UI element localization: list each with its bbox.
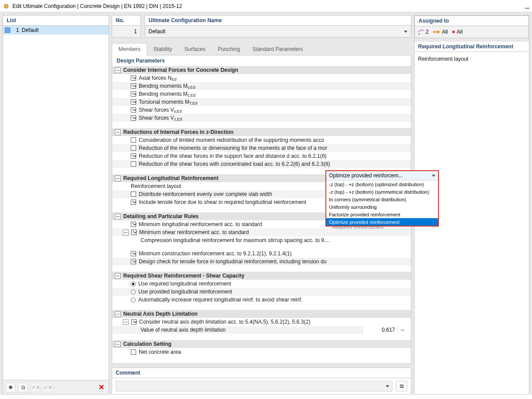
row-use-prov[interactable]: Use provided longitudinal reinforcement (112, 288, 411, 296)
copy-config-button[interactable]: ⧉ (18, 383, 28, 392)
radio[interactable] (131, 297, 136, 302)
row-svz[interactable]: Shear forces Vz,Ed (112, 114, 411, 122)
dropdown-option-active[interactable]: Optimize provided reinforcement (326, 218, 438, 226)
checkbox[interactable] (131, 349, 136, 355)
tab-punching[interactable]: Punching (211, 43, 246, 55)
app-icon (3, 3, 10, 10)
config-name: Default (22, 27, 39, 33)
row-red1[interactable]: Consideration of limited moment redistri… (112, 136, 411, 144)
left-panel: List 1 Default ✱ ⧉ ✓≡ ✓≡ ✕ (3, 15, 109, 395)
checkbox[interactable] (131, 91, 136, 97)
reinforcement-layout-dropdown[interactable]: Optimize provided reinforcem... -z (top)… (325, 170, 439, 227)
checkbox[interactable] (131, 145, 136, 151)
checkbox[interactable] (131, 200, 136, 205)
collapse-icon (123, 230, 129, 235)
checkbox[interactable] (131, 319, 137, 325)
delete-config-button[interactable]: ✕ (96, 383, 106, 392)
name-header: Ultimate Configuration Name (145, 16, 411, 26)
minimize-button[interactable] (525, 1, 529, 8)
row-red3[interactable]: Reduction of the shear forces in the sup… (112, 152, 411, 160)
checkbox[interactable] (131, 99, 136, 105)
na-unit: -- (398, 326, 411, 334)
row-net-concrete[interactable]: Net concrete area (112, 348, 411, 356)
name-dropdown[interactable]: Default (145, 26, 411, 37)
checkbox[interactable] (131, 107, 136, 113)
collapse-icon (115, 273, 121, 279)
comment-input[interactable] (116, 381, 392, 391)
dropdown-caret-icon (404, 31, 407, 33)
row-consider-na[interactable]: Consider neutral axis depth limitation a… (112, 318, 411, 326)
checkbox[interactable] (131, 153, 136, 159)
row-bmz[interactable]: Bending moments Mz,Ed (112, 90, 411, 98)
tab-members[interactable]: Members (112, 43, 147, 55)
assigned-chip-members[interactable]: 2 (419, 29, 429, 35)
checkbox[interactable] (131, 75, 136, 81)
row-compression[interactable]: Compression longitudinal reinforcement f… (112, 236, 411, 244)
group-shear-cap[interactable]: Required Shear Reinforcement - Shear Cap… (112, 272, 411, 280)
checklist2-button[interactable]: ✓≡ (43, 383, 53, 392)
row-na-value[interactable]: Value of neutral axis depth limitation 0… (112, 326, 411, 334)
checkbox[interactable] (131, 83, 136, 89)
no-value[interactable]: 1 (112, 26, 141, 37)
radio[interactable] (131, 289, 136, 294)
checkbox[interactable] (131, 222, 136, 227)
no-header: No. (112, 16, 141, 26)
dropdown-option[interactable]: Uniformly surrounding (326, 203, 438, 211)
surfaces-icon (433, 29, 440, 35)
checkbox[interactable] (131, 115, 136, 121)
config-list-item[interactable]: 1 Default (3, 26, 109, 35)
comment-library-button[interactable]: ⧉ (396, 381, 407, 391)
row-min-constr[interactable]: Minimum construction reinforcement acc. … (112, 250, 411, 258)
tab-surfaces[interactable]: Surfaces (178, 43, 211, 55)
checkbox[interactable] (131, 259, 136, 264)
row-use-req[interactable]: Use required longitudinal reinforcement (112, 280, 411, 288)
checkbox[interactable] (131, 161, 136, 167)
dropdown-option[interactable]: -z (top) - +z (bottom) (symmetrical dist… (326, 188, 438, 196)
row-red2[interactable]: Reduction of the moments or dimensioning… (112, 144, 411, 152)
row-red4[interactable]: Reduction of the shear forces with conce… (112, 160, 411, 168)
collapse-icon (115, 311, 121, 317)
main-columns: List 1 Default ✱ ⧉ ✓≡ ✓≡ ✕ No. 1 Ultimat… (0, 12, 532, 395)
row-auto-inc[interactable]: Automatically increase required longitud… (112, 296, 411, 304)
checkbox[interactable] (131, 251, 136, 256)
tab-standard-params[interactable]: Standard Parameters (246, 43, 309, 55)
dropdown-option[interactable]: In corners (symmetrical distribution) (326, 196, 438, 203)
assigned-chip-nodes[interactable]: All (452, 29, 462, 35)
row-torsion[interactable]: Torsional moments MT,Ed (112, 98, 411, 106)
checkbox[interactable] (131, 192, 136, 197)
new-config-button[interactable]: ✱ (6, 383, 16, 392)
members-icon (419, 29, 424, 35)
row-bmy[interactable]: Bending moments My,Ed (112, 82, 411, 90)
radio[interactable] (131, 282, 136, 286)
dropdown-caret-icon (432, 175, 435, 177)
name-box: Ultimate Configuration Name Default (145, 15, 411, 38)
design-params-title: Design Parameters (112, 55, 411, 66)
group-reductions[interactable]: Reductions of Internal Forces in z-Direc… (112, 128, 411, 136)
tab-stability[interactable]: Stability (147, 43, 178, 55)
row-design-tensile[interactable]: Design check for tensile force in longit… (112, 258, 411, 266)
nodes-icon (452, 31, 455, 33)
row-svy[interactable]: Shear forces Vy,Ed (112, 106, 411, 114)
name-value: Default (149, 28, 165, 35)
dropdown-selected-text: Optimize provided reinforcem... (329, 172, 403, 179)
group-internal-forces[interactable]: Consider Internal Forces for Concrete De… (112, 66, 411, 74)
group-calc-setting[interactable]: Calculation Setting (112, 340, 411, 348)
tabs: Members Stability Surfaces Punching Stan… (112, 42, 411, 55)
assigned-box: Assigned to 2 All All (415, 16, 529, 38)
dropdown-option[interactable]: Factorize provided reinforcement (326, 211, 438, 218)
assigned-header: Assigned to (415, 16, 528, 26)
collapse-icon (115, 214, 121, 219)
na-value[interactable]: 0.617 (362, 326, 398, 334)
config-list: 1 Default (3, 26, 109, 380)
left-panel-header: List (3, 16, 109, 26)
dropdown-caret-icon (386, 385, 389, 387)
assigned-chip-surfaces[interactable]: All (433, 29, 448, 35)
checkbox[interactable] (131, 230, 137, 235)
dropdown-option[interactable]: -z (top) - +z (bottom) (optimized distri… (326, 180, 438, 188)
titlebar: Edit Ultimate Configuration | Concrete D… (0, 0, 532, 12)
checklist-button[interactable]: ✓≡ (31, 383, 40, 392)
group-neutral-axis[interactable]: Neutral Axis Depth Limitation (112, 310, 411, 318)
dropdown-selected[interactable]: Optimize provided reinforcem... (326, 171, 438, 180)
checkbox[interactable] (131, 137, 136, 143)
row-axial[interactable]: Axial forces NEd (112, 74, 411, 82)
